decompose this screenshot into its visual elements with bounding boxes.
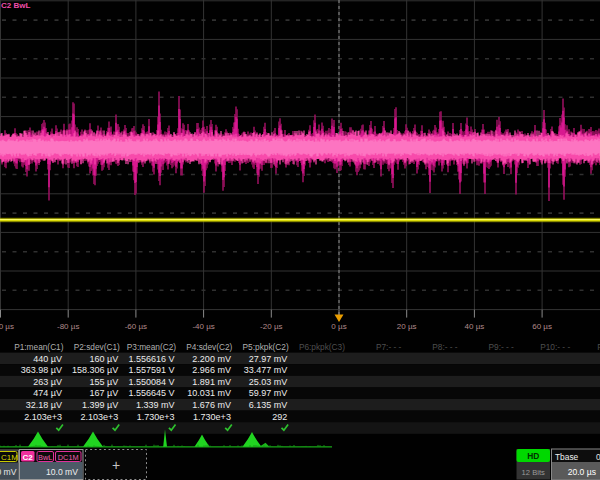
svg-text:60 µs: 60 µs [532, 322, 552, 331]
svg-text:P1:mean(C1): P1:mean(C1) [14, 342, 64, 352]
svg-text:40 µs: 40 µs [465, 322, 485, 331]
svg-text:2.200 mV: 2.200 mV [192, 354, 231, 364]
svg-text:10.031 mV: 10.031 mV [187, 388, 231, 398]
svg-text:0 µs: 0 µs [331, 322, 346, 331]
svg-text:DC1M: DC1M [58, 453, 79, 462]
svg-text:P3:mean(C2): P3:mean(C2) [127, 342, 177, 352]
svg-text:1.557591 V: 1.557591 V [129, 365, 175, 375]
svg-text:P2:sdev(C1): P2:sdev(C1) [74, 342, 120, 352]
svg-text:292: 292 [272, 412, 287, 422]
svg-text:1.556645 V: 1.556645 V [129, 388, 175, 398]
svg-text:1.550084 V: 1.550084 V [129, 377, 175, 387]
svg-text:20.0 µs: 20.0 µs [568, 467, 596, 477]
svg-text:160 µV: 160 µV [90, 354, 119, 364]
svg-text:P4:sdev(C2): P4:sdev(C2) [186, 342, 232, 352]
svg-text:2.966 mV: 2.966 mV [192, 365, 231, 375]
svg-text:-20 µs: -20 µs [260, 322, 282, 331]
svg-text:167 µV: 167 µV [90, 388, 119, 398]
svg-text:0: 0 [596, 452, 600, 462]
svg-text:27.97 mV: 27.97 mV [249, 354, 288, 364]
svg-text:P6:pkpk(C3): P6:pkpk(C3) [299, 342, 345, 352]
svg-text:1.339 mV: 1.339 mV [136, 400, 175, 410]
svg-text:C1M: C1M [1, 453, 18, 462]
svg-text:1.730e+3: 1.730e+3 [193, 412, 231, 422]
svg-text:440 µV: 440 µV [33, 354, 62, 364]
svg-text:C2 BwL: C2 BwL [1, 1, 30, 10]
svg-text:2.103e+3: 2.103e+3 [24, 412, 62, 422]
svg-text:32.18 µV: 32.18 µV [26, 400, 62, 410]
svg-text:P5:pkpk(C2): P5:pkpk(C2) [243, 342, 289, 352]
svg-text:1.730e+3: 1.730e+3 [137, 412, 175, 422]
svg-text:P8:- - -: P8:- - - [432, 342, 458, 352]
svg-text:Tbase: Tbase [555, 452, 579, 462]
svg-text:363.98 µV: 363.98 µV [21, 365, 62, 375]
svg-text:20 µs: 20 µs [397, 322, 417, 331]
svg-text:P10:- - -: P10:- - - [540, 342, 570, 352]
svg-text:-80 µs: -80 µs [57, 322, 79, 331]
svg-text:HD: HD [527, 451, 539, 461]
svg-text:25.03 mV: 25.03 mV [249, 377, 288, 387]
svg-text:1.676 mV: 1.676 mV [192, 400, 231, 410]
svg-text:1.399 µV: 1.399 µV [82, 400, 118, 410]
svg-text:474 µV: 474 µV [33, 388, 62, 398]
svg-text:155 µV: 155 µV [90, 377, 119, 387]
svg-text:1.891 mV: 1.891 mV [192, 377, 231, 387]
svg-text:263 µV: 263 µV [33, 377, 62, 387]
svg-text:C2: C2 [23, 453, 34, 462]
svg-text:59.97 mV: 59.97 mV [249, 388, 288, 398]
svg-text:10.0 mV: 10.0 mV [0, 467, 17, 477]
svg-text:BwL: BwL [38, 453, 52, 462]
svg-text:12 Bits: 12 Bits [522, 468, 545, 477]
svg-text:6.135 mV: 6.135 mV [249, 400, 288, 410]
svg-text:P9:- - -: P9:- - - [489, 342, 515, 352]
svg-text:P7:- - -: P7:- - - [376, 342, 402, 352]
svg-text:2.103e+3: 2.103e+3 [81, 412, 119, 422]
svg-text:-40 µs: -40 µs [192, 322, 214, 331]
svg-text:158.306 µV: 158.306 µV [72, 365, 118, 375]
svg-text:33.477 mV: 33.477 mV [244, 365, 288, 375]
svg-text:-60 µs: -60 µs [125, 322, 147, 331]
svg-text:+: + [112, 457, 120, 473]
svg-text:10.0 mV: 10.0 mV [46, 467, 78, 477]
svg-text:1.556616 V: 1.556616 V [129, 354, 175, 364]
svg-text:-100 µs: -100 µs [0, 322, 14, 331]
